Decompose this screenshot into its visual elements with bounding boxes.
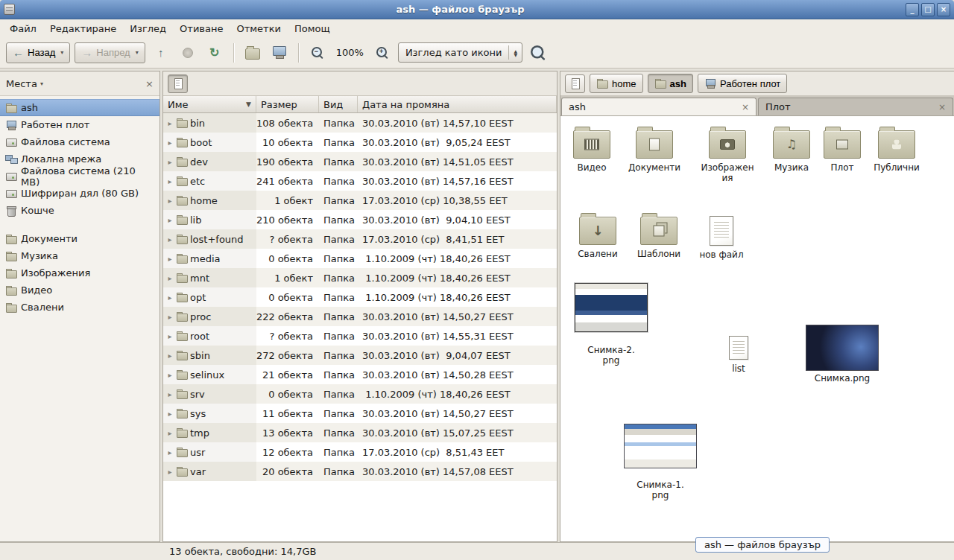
tree-row[interactable]: ▸ etc 241 обекта Папка 30.03.2010 (вт) 1… [163,171,557,191]
tree-row[interactable]: ▸ lost+found ? обекта Папка 17.03.2010 (… [163,229,557,249]
back-button[interactable]: ← Назад ▾ [6,42,70,63]
expander-icon[interactable]: ▸ [166,177,174,185]
expander-icon[interactable]: ▸ [166,119,174,127]
expander-icon[interactable]: ▸ [166,332,174,340]
folder-icon [176,117,188,129]
icon-view-item[interactable]: нов файл [684,211,759,260]
sidebar-place-item[interactable]: ash [0,99,159,116]
minimize-button[interactable]: _ [906,3,919,16]
forward-button[interactable]: → Напред ▾ [75,42,145,63]
close-button[interactable]: × [937,3,950,16]
expander-icon[interactable]: ▸ [166,216,174,224]
icon-view-canvas[interactable]: Видео Документи Изображен ия Муз [560,116,954,541]
sidebar-place-item[interactable]: Файлова система [0,133,159,150]
icon-view-item[interactable]: Изображен ия [690,125,765,184]
tree-row[interactable]: ▸ home 1 обект Папка 17.03.2010 (ср) 10,… [163,191,557,210]
view-mode-select[interactable]: Изглед като икони ▲▼ [398,42,522,63]
pathbar-button[interactable]: ash [648,74,693,93]
tree-row[interactable]: ▸ boot 10 обекта Папка 30.03.2010 (вт) 9… [163,133,557,152]
tree-row[interactable]: ▸ lib 210 обекта Папка 30.03.2010 (вт) 9… [163,210,557,229]
menu-item[interactable]: Файл [3,19,43,37]
reload-button[interactable]: ↻ [203,42,226,63]
column-header-name[interactable]: Име ▼ [163,96,256,112]
sidebar-folder-item[interactable]: Свалени [0,299,159,316]
computer-button[interactable] [268,42,291,63]
forward-dropdown-icon[interactable]: ▾ [136,49,139,56]
expander-icon[interactable]: ▸ [166,448,174,456]
icon-view-item[interactable]: Снимка.png [805,325,879,384]
tree-row[interactable]: ▸ proc 222 обекта Папка 30.03.2010 (вт) … [163,307,557,326]
pathbar-root-button[interactable] [168,74,188,93]
sidebar-close-icon[interactable]: × [145,79,154,89]
sidebar-place-item[interactable]: Шифриран дял (80 GB) [0,185,159,202]
expander-icon[interactable]: ▸ [166,255,174,263]
column-header-date[interactable]: Дата на промяна [358,96,557,112]
tree-row[interactable]: ▸ mnt 1 обект Папка 1.10.2009 (чт) 18,40… [163,268,557,287]
expander-icon[interactable]: ▸ [166,351,174,360]
icon-view-item[interactable]: Снимка-2. png [574,283,648,366]
icon-view-item[interactable]: Публични [859,125,934,173]
tab-close-icon[interactable]: × [938,103,946,112]
back-dropdown-icon[interactable]: ▾ [60,49,63,56]
tree-row[interactable]: ▸ selinux 21 обекта Папка 30.03.2010 (вт… [163,365,557,384]
expander-icon[interactable]: ▸ [166,313,174,321]
tab-close-icon[interactable]: × [742,103,749,112]
stop-button[interactable] [177,42,199,63]
tree-row[interactable]: ▸ opt 0 обекта Папка 1.10.2009 (чт) 18,4… [163,287,557,307]
expander-icon[interactable]: ▸ [166,429,174,437]
expander-icon[interactable]: ▸ [166,293,174,302]
icon-view-item[interactable]: Документи [617,125,692,173]
tab[interactable]: Плот × [758,98,953,115]
home-button[interactable] [241,42,264,63]
menu-item[interactable]: Отиване [173,19,230,37]
expander-icon[interactable]: ▸ [166,410,174,418]
up-button[interactable]: ↑ [150,42,172,63]
tree-row[interactable]: ▸ media 0 обекта Папка 1.10.2009 (чт) 18… [163,249,557,268]
maximize-button[interactable]: □ [921,3,935,16]
tree-row[interactable]: ▸ var 20 обекта Папка 30.03.2010 (вт) 14… [163,462,557,481]
search-button[interactable] [527,42,549,63]
tree-row[interactable]: ▸ usr 12 обекта Папка 17.03.2010 (ср) 8,… [163,442,557,462]
tree-row[interactable]: ▸ tmp 13 обекта Папка 30.03.2010 (вт) 15… [163,423,557,442]
sidebar-folder-item[interactable]: Музика [0,247,159,264]
pathbar-button[interactable]: Работен плот [698,74,787,93]
tree-row[interactable]: ▸ root ? обекта Папка 30.03.2010 (вт) 14… [163,326,557,346]
expander-icon[interactable]: ▸ [166,390,174,398]
menu-item[interactable]: Помощ [288,19,337,37]
menu-item[interactable]: Изглед [123,19,173,37]
column-header-type[interactable]: Вид [319,96,358,112]
tree-row[interactable]: ▸ bin 108 обекта Папка 30.03.2010 (вт) 1… [163,113,557,133]
sidebar-folder-item[interactable]: Изображения [0,264,159,281]
icon-view-item[interactable]: list [701,334,776,374]
sidebar-title[interactable]: Места [6,78,37,89]
expander-icon[interactable]: ▸ [166,371,174,379]
menu-item[interactable]: Отметки [230,19,287,37]
sidebar-dropdown-icon[interactable]: ▾ [40,80,43,87]
menu-item[interactable]: Редактиране [43,19,123,37]
expander-icon[interactable]: ▸ [166,468,174,476]
combo-arrows-icon: ▲▼ [508,45,517,60]
sidebar-place-item[interactable]: Файлова система (210 MB) [0,168,159,185]
sidebar-place-item[interactable]: Кошче [0,202,159,219]
zoom-in-button[interactable]: + [371,42,394,63]
expander-icon[interactable]: ▸ [166,235,174,244]
expander-icon[interactable]: ▸ [166,274,174,282]
tab[interactable]: ash × [561,98,756,115]
sidebar-folder-item[interactable]: Документи [0,230,159,247]
column-header-size[interactable]: Размер [256,96,319,112]
sidebar-folder-item[interactable]: Видео [0,281,159,299]
expander-icon[interactable]: ▸ [166,139,174,147]
expander-icon[interactable]: ▸ [166,158,174,166]
icon-view-item[interactable]: Снимка-1. png [623,424,698,501]
titlebar[interactable]: ash — файлов браузър _ □ × [0,0,954,19]
tree-row[interactable]: ▸ srv 0 обекта Папка 1.10.2009 (чт) 18,4… [163,384,557,404]
sidebar-place-item[interactable]: Работен плот [0,116,159,133]
zoom-out-button[interactable]: − [306,42,329,63]
tree-row[interactable]: ▸ sbin 272 обекта Папка 30.03.2010 (вт) … [163,346,557,365]
pathbar-button[interactable]: home [590,74,643,93]
edit-location-button[interactable] [565,74,585,93]
main-area: Места ▾ × ash Работен плот [0,69,954,542]
expander-icon[interactable]: ▸ [166,197,174,205]
tree-row[interactable]: ▸ dev 190 обекта Папка 30.03.2010 (вт) 1… [163,152,557,171]
tree-row[interactable]: ▸ sys 11 обекта Папка 30.03.2010 (вт) 14… [163,404,557,423]
